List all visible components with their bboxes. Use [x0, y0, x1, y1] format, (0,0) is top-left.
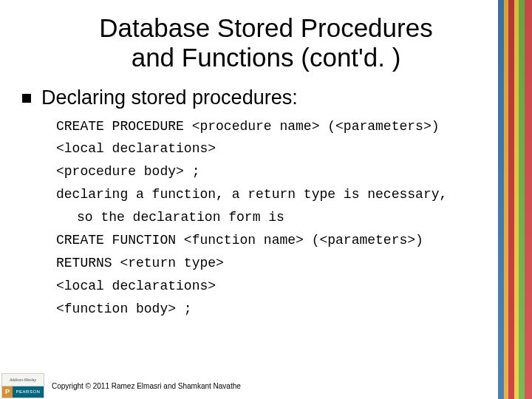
- code-line: declaring a function, a return type is n…: [56, 185, 510, 205]
- square-bullet-icon: [22, 94, 31, 103]
- code-line: so the declaration form is: [56, 208, 510, 228]
- logo-p-icon: P: [2, 386, 13, 398]
- slide-content: Declaring stored procedures: CREATE PROC…: [0, 79, 532, 320]
- decorative-stripes: [498, 0, 532, 399]
- slide-footer: Addison-Wesley P PEARSON Copyright © 201…: [0, 372, 532, 399]
- bullet-item: Declaring stored procedures:: [22, 86, 510, 109]
- code-line: CREATE FUNCTION <function name> (<parame…: [56, 231, 510, 251]
- title-line-2: and Functions (cont'd. ): [132, 43, 401, 72]
- logo-brand: PEARSON: [13, 386, 44, 398]
- code-line: <procedure body> ;: [56, 162, 510, 183]
- logo-top-text: Addison-Wesley: [2, 374, 44, 386]
- title-line-1: Database Stored Procedures: [99, 13, 432, 42]
- code-block: CREATE PROCEDURE <procedure name> (<para…: [22, 117, 510, 320]
- code-line: CREATE PROCEDURE <procedure name> (<para…: [56, 117, 510, 137]
- code-line: RETURNS <return type>: [56, 253, 510, 274]
- publisher-logo: Addison-Wesley P PEARSON: [1, 373, 44, 398]
- copyright-text: Copyright © 2011 Ramez Elmasri and Shamk…: [52, 382, 241, 390]
- bullet-text: Declaring stored procedures:: [41, 86, 298, 109]
- code-line: <local declarations>: [56, 276, 510, 297]
- code-line: <local declarations>: [56, 139, 510, 160]
- slide-title: Database Stored Procedures and Functions…: [0, 0, 532, 79]
- code-line: <function body> ;: [56, 299, 510, 320]
